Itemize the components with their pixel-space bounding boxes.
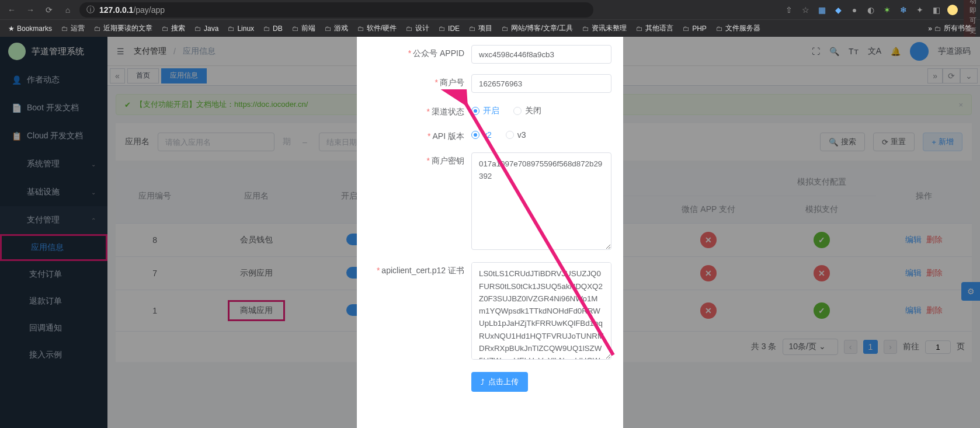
bookmark-folder[interactable]: 🗀其他语言 [633, 22, 677, 34]
bookmark-folder[interactable]: 🗀Linux [224, 23, 258, 34]
radio-api-v3[interactable]: v3 [506, 130, 526, 140]
bookmark-folder[interactable]: 🗀设计 [402, 22, 433, 34]
secret-textarea[interactable]: 017a1097e708975596f568d872b29392 [471, 152, 611, 250]
url-bar[interactable]: ⓘ 127.0.0.1/pay/app [79, 2, 593, 18]
ext-icon[interactable]: ▦ [816, 5, 827, 15]
reload-icon[interactable]: ⟳ [42, 5, 56, 15]
site-info-icon: ⓘ [86, 5, 95, 15]
bookmark-folder[interactable]: 🗀Java [191, 23, 222, 34]
back-icon[interactable]: ← [5, 5, 19, 15]
bookmark-folder[interactable]: 🗀PHP [679, 23, 710, 34]
bookmark-folder[interactable]: 🗀游戏 [321, 22, 352, 34]
radio-channel-off[interactable]: 关闭 [513, 106, 541, 116]
mch-label: *商户号 [369, 74, 471, 88]
ext-icon[interactable]: ◧ [931, 5, 941, 15]
bookmark-folder[interactable]: 🗀项目 [465, 22, 496, 34]
url-host: 127.0.0.1 [99, 5, 133, 15]
radio-channel-on[interactable]: 开启 [471, 106, 499, 116]
extensions-icon[interactable]: ✦ [915, 5, 925, 15]
all-bookmarks[interactable]: » 🗀所有书签 [925, 22, 975, 34]
bookmark-folder[interactable]: 🗀近期要读的文章 [91, 22, 156, 34]
ext-icon[interactable]: ◆ [833, 5, 843, 15]
home-icon[interactable]: ⌂ [61, 5, 75, 15]
share-icon[interactable]: ⇧ [784, 5, 794, 15]
modal-overlay[interactable]: *公众号 APPID *商户号 *渠道状态 开启 关闭 *API 版本 v2 v… [0, 37, 980, 428]
bookmark-folder[interactable]: 🗀IDE [435, 23, 463, 34]
bookmark-folder[interactable]: 🗀软件/硬件 [354, 22, 400, 34]
bookmark-folder[interactable]: 🗀运营 [58, 22, 88, 34]
cert-textarea[interactable]: LS0tLS1CRUdJTiBDRVJUSUZJQ0FURS0tLS0tCk1J… [471, 262, 611, 360]
bookmark-folder[interactable]: 🗀网站/博客/文章/工具 [498, 22, 576, 34]
secret-label: *商户密钥 [369, 152, 471, 166]
bookmark-folder[interactable]: 🗀前端 [289, 22, 319, 34]
config-dialog: *公众号 APPID *商户号 *渠道状态 开启 关闭 *API 版本 v2 v… [357, 37, 623, 428]
bookmarks-menu[interactable]: ★ Bookmarks [5, 23, 55, 34]
bookmark-folder[interactable]: 🗀资讯未整理 [579, 22, 630, 34]
bookmark-star-icon[interactable]: ☆ [800, 5, 811, 15]
ext-icon[interactable]: ● [849, 5, 860, 15]
upload-icon: ⤴ [481, 378, 485, 387]
profile-avatar-icon[interactable] [947, 5, 958, 15]
channel-status-label: *渠道状态 [369, 103, 471, 117]
upload-button[interactable]: ⤴点击上传 [471, 372, 528, 392]
url-path: /pay/app [133, 5, 165, 15]
mch-input[interactable] [471, 74, 611, 93]
bookmark-folder[interactable]: 🗀DB [260, 23, 286, 34]
bookmark-folder[interactable]: 🗀搜索 [158, 22, 189, 34]
api-version-label: *API 版本 [369, 128, 471, 142]
appid-label: *公众号 APPID [369, 45, 471, 59]
appid-input[interactable] [471, 45, 611, 64]
ext-icon[interactable]: ✶ [882, 5, 892, 15]
browser-toolbar: ← → ⟳ ⌂ ⓘ 127.0.0.1/pay/app ⇧ ☆ ▦ ◆ ● ◐ … [0, 0, 980, 19]
ext-icon[interactable]: ◐ [866, 5, 876, 15]
ext-icon[interactable]: ❄ [898, 5, 909, 15]
radio-api-v2[interactable]: v2 [471, 130, 492, 140]
forward-icon[interactable]: → [23, 5, 37, 15]
bookmark-folder[interactable]: 🗀文件服务器 [713, 22, 764, 34]
cert-label: *apiclient_cert.p12 证书 [369, 262, 471, 276]
